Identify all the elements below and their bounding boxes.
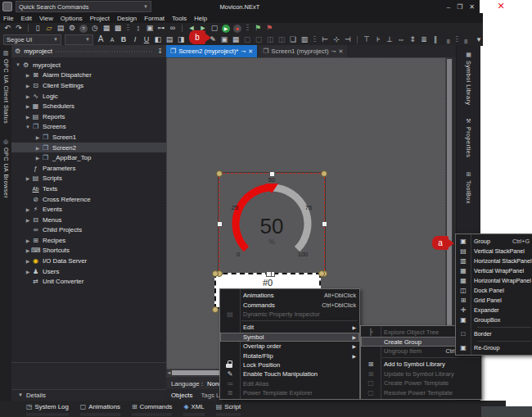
font-family-combo[interactable]: Segoe UI ▼ (3, 34, 61, 45)
statusbar-xml[interactable]: ◈XML (183, 403, 204, 410)
menu-item-enable-touch-manipulation[interactable]: ✎Enable Touch Manipulation (220, 369, 359, 378)
project-settings-icon[interactable]: ⚙ (68, 24, 76, 33)
menu-item-horizontal-wrappanel[interactable]: ▦Horizontal WrapPanel (456, 275, 532, 285)
selection-handle[interactable] (322, 221, 327, 227)
menu-item-groupbox[interactable]: ▣GroupBox (456, 315, 532, 325)
align-objs-left-icon[interactable]: ⊢ (321, 35, 329, 44)
outer-close-icon[interactable]: ✕ (494, 1, 507, 11)
menu-item-edit[interactable]: Edit▶ (220, 323, 359, 332)
same-width-icon[interactable]: ⇔ (397, 35, 405, 44)
tree-item-scripts[interactable]: ▶▤Scripts (11, 174, 166, 184)
tree-item-reports[interactable]: ▶▤Reports (11, 111, 166, 122)
menu-item-vertical-stackpanel[interactable]: ▤Vertical StackPanel (456, 246, 532, 256)
rail-item-opc-ua-browser[interactable]: ◎OPC UA Browser (2, 138, 10, 198)
tree-expander-icon[interactable]: ▶ (25, 247, 31, 253)
font-increase-icon[interactable]: A (97, 35, 105, 44)
tree-expander-icon[interactable]: ▶ (25, 72, 31, 78)
tree-expander-icon[interactable]: ▶ (25, 103, 31, 109)
link-icon[interactable]: ∞ (169, 24, 177, 33)
selection-handle[interactable] (216, 170, 223, 177)
statusbar-system-log[interactable]: ◳System Log (26, 403, 69, 410)
menu-item-animations[interactable]: AnimationsAlt+DblClick (220, 291, 359, 300)
align-center-icon[interactable]: ▤ (165, 35, 174, 44)
rail-item-opc-ua-client-status[interactable]: ▥OPC UA Client Status (2, 50, 10, 124)
selection-handle[interactable] (321, 170, 327, 177)
font-decrease-icon[interactable]: A (108, 35, 116, 44)
undo-icon[interactable]: ↶ (3, 24, 11, 33)
close-icon[interactable]: ✕ (248, 48, 253, 55)
copy-style-icon[interactable]: ◫ (277, 35, 286, 44)
new-project-icon[interactable]: ▯ (34, 24, 42, 33)
menu-options[interactable]: Options (61, 15, 83, 22)
bold-icon[interactable]: B (119, 35, 128, 44)
pin-icon[interactable]: ⊸ (241, 48, 246, 55)
corner-1-icon[interactable]: ▗ (443, 35, 451, 44)
recent-icon[interactable]: ◷ (91, 24, 99, 33)
menu-item-vertical-wrappanel[interactable]: ▦Vertical WrapPanel (456, 265, 532, 275)
pc-runtime-icon[interactable]: ▢ (210, 24, 219, 33)
selection-handle[interactable] (217, 221, 223, 227)
tree-expander-icon[interactable]: ▶ (25, 175, 31, 181)
export-icon[interactable]: ↨ (134, 24, 142, 33)
toolbar-overflow-icon[interactable]: ▾ (475, 35, 483, 44)
help-icon[interactable]: ? (79, 25, 88, 33)
maximize-button[interactable]: ❐ (457, 3, 462, 11)
quick-search-combo[interactable]: Quick Search Commands ▼ (16, 1, 151, 12)
tree-item-shortcuts[interactable]: ▶⌨Shortcuts (11, 246, 166, 256)
page-setup-icon[interactable]: ▥ (300, 35, 309, 44)
close-icon[interactable]: ✕ (338, 48, 343, 55)
key-icon[interactable]: ⊶ (157, 24, 165, 33)
symbol-library-add-icon[interactable]: ▦ (232, 35, 240, 44)
tree-item-screen2[interactable]: ▶❐Screen2 (11, 143, 166, 153)
menu-item-dock-panel[interactable]: ◫Dock Panel (456, 285, 532, 295)
selection-handle[interactable] (212, 306, 219, 313)
menu-item-re-group[interactable]: ▣Re-Group (456, 343, 532, 353)
menu-item-symbol[interactable]: Symbol▶ (220, 333, 359, 342)
document-tab-1[interactable]: ❐Screen1 (myproject)⊸✕ (259, 45, 347, 57)
tree-item-myproject[interactable]: ▼⚙myproject (11, 60, 166, 70)
tree-expander-icon[interactable]: ▶ (25, 93, 31, 99)
menu-view[interactable]: View (39, 15, 53, 22)
menu-help[interactable]: Help (194, 15, 207, 22)
menu-item-overlap-order[interactable]: Overlap order▶ (220, 342, 359, 351)
align-objs-bottom-icon[interactable]: ⊥ (385, 35, 394, 44)
menu-tools[interactable]: Tools (172, 15, 187, 22)
menu-project[interactable]: Project (90, 15, 110, 22)
minimize-button[interactable]: – (447, 3, 450, 11)
scroll-left-icon[interactable]: ◄ (166, 370, 172, 375)
save-all-icon[interactable]: ▩ (114, 24, 122, 33)
align-right-icon[interactable]: ◨ (177, 35, 185, 44)
menu-item-add-to-symbol-library[interactable]: ⊞Add to Symbol Library (361, 360, 481, 369)
tree-expander-icon[interactable]: ▶ (25, 269, 31, 274)
bottom-tab-objects[interactable]: Objects (171, 392, 192, 399)
tree-item-parameters[interactable]: ƒParameters (11, 163, 166, 174)
document-tab-0[interactable]: ❐Screen2 (myproject)*⊸✕ (166, 45, 257, 57)
menu-file[interactable]: File (3, 15, 14, 22)
tree-expander-icon[interactable]: ▶ (25, 258, 31, 264)
align-objs-top-icon[interactable]: ⊤ (363, 35, 371, 44)
selection-handle[interactable] (318, 270, 325, 277)
pin-icon[interactable]: ⊸ (331, 48, 336, 55)
corner-2-icon[interactable]: ▖ (463, 35, 471, 44)
tree-expander-icon[interactable]: ▶ (25, 114, 31, 120)
selection-handle[interactable] (212, 270, 219, 277)
tree-item-cross-reference[interactable]: ⊘Cross Reference (11, 194, 166, 205)
statusbar-commands[interactable]: ⊞Commands (132, 403, 173, 410)
duplicate-icon[interactable]: ▢ (255, 35, 263, 44)
tree-item-screen1[interactable]: ▶❐Screen1 (11, 132, 166, 143)
deploy-start-icon[interactable]: ⚑ (254, 24, 262, 33)
tree-expander-icon[interactable]: ▶ (25, 238, 31, 243)
menu-item-grid-panel[interactable]: ⊞Grid Panel (456, 296, 532, 306)
group-objects-icon[interactable]: ❏ (289, 35, 297, 44)
stop-icon[interactable]: ■ (233, 25, 241, 33)
child-window-icon[interactable]: ▣ (146, 24, 154, 33)
font-size-combo[interactable]: ▼ (65, 34, 93, 45)
tree-expander-icon[interactable]: ▶ (34, 155, 41, 161)
create-symbol-icon[interactable]: ▣ (220, 35, 228, 44)
deploy-stop-icon[interactable]: ⚑ (265, 24, 273, 33)
align-objs-middle-icon[interactable]: ⊦ (374, 35, 382, 44)
tree-expander-icon[interactable]: ▼ (25, 125, 31, 129)
tree-expander-icon[interactable]: ▶ (25, 83, 31, 88)
tree-item-screens[interactable]: ▼❐Screens (11, 122, 166, 133)
tree-item--appbar-top[interactable]: ▶❐_AppBar_Top (11, 152, 166, 163)
